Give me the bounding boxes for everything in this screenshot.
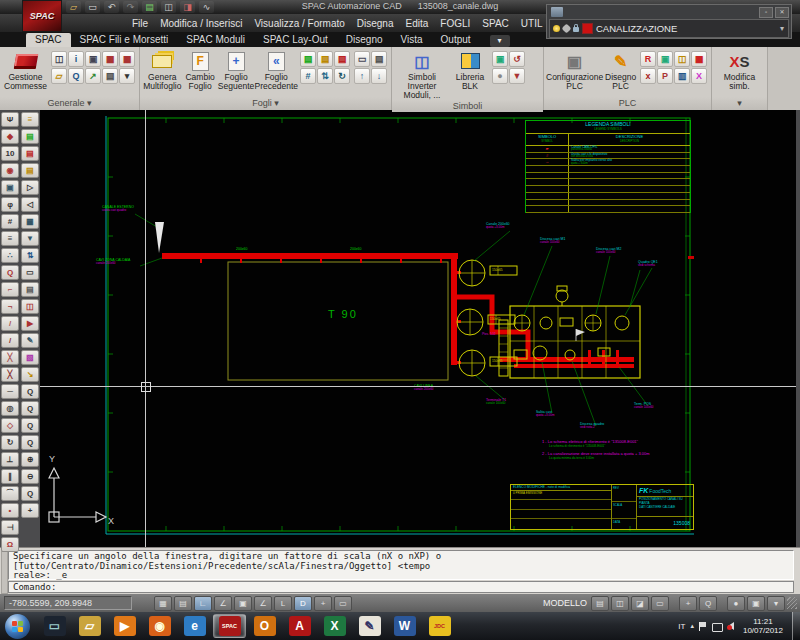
- taskbar-jdc[interactable]: JDC: [423, 614, 456, 638]
- configurazione-plc-button[interactable]: ▣ Configurazione PLC: [546, 48, 603, 91]
- sheet-frame[interactable]: ▭: [21, 265, 39, 280]
- sheet-new[interactable]: ▤: [21, 129, 39, 144]
- redo-icon[interactable]: ↷: [123, 1, 138, 13]
- foglio-precedente-button[interactable]: « Foglio Precedente: [255, 48, 298, 91]
- icon-table-red[interactable]: ▦: [102, 51, 118, 67]
- icon-info[interactable]: i: [68, 51, 84, 67]
- menu-item[interactable]: Disegna: [351, 18, 400, 29]
- icon-zoom-doc[interactable]: Q: [68, 68, 84, 84]
- icon-folder-copy[interactable]: ▱: [51, 68, 67, 84]
- cambio-foglio-button[interactable]: F Cambio Foglio: [183, 48, 218, 91]
- tool-cross-1[interactable]: ╳: [1, 350, 19, 365]
- new-sheet-icon[interactable]: ▤: [142, 1, 157, 13]
- tool-point[interactable]: •: [1, 503, 19, 518]
- zoom-scale[interactable]: Q: [21, 418, 39, 433]
- icon-page-new[interactable]: ▤: [300, 51, 316, 67]
- zoom-extents[interactable]: Q: [21, 486, 39, 501]
- btn-layout-1[interactable]: ◫: [611, 596, 629, 611]
- tool-wire-2[interactable]: /: [1, 333, 19, 348]
- group-label-generale[interactable]: Generale ▾: [0, 97, 139, 110]
- menu-item[interactable]: Edita: [399, 18, 434, 29]
- tool-symbol[interactable]: Ψ: [1, 112, 19, 127]
- undo-icon[interactable]: ↶: [104, 1, 119, 13]
- foglio-seguente-button[interactable]: + Foglio Seguente: [218, 48, 255, 91]
- btn-zoom-status[interactable]: Q: [699, 596, 717, 611]
- tool-plug-1[interactable]: ⌐: [1, 282, 19, 297]
- layout-icon[interactable]: ◫: [161, 1, 176, 13]
- tool-parallel[interactable]: ∥: [1, 469, 19, 484]
- icon-plc-window[interactable]: ◫: [674, 51, 690, 67]
- icon-plc-xx[interactable]: X: [691, 68, 707, 84]
- tool-hand[interactable]: ◆: [1, 129, 19, 144]
- btn-quick-view[interactable]: ▭: [651, 596, 669, 611]
- tool-rotate[interactable]: ↻: [1, 435, 19, 450]
- language-indicator[interactable]: IT: [678, 622, 685, 631]
- action-center-icon[interactable]: [699, 622, 707, 631]
- resize-grip[interactable]: [787, 597, 797, 609]
- btn-model-space[interactable]: ▤: [591, 596, 609, 611]
- btn-status-menu[interactable]: ▾: [767, 596, 785, 611]
- command-grip[interactable]: [1, 551, 8, 594]
- sheet-select[interactable]: ▶: [21, 316, 39, 331]
- sheet-del[interactable]: ▤: [21, 146, 39, 161]
- disegno-plc-button[interactable]: ✎ Disegno PLC: [603, 48, 638, 91]
- layer-on-icon[interactable]: [553, 25, 560, 32]
- menu-item[interactable]: Modifica / Inserisci: [154, 18, 248, 29]
- tool-ladder[interactable]: ≡: [1, 231, 19, 246]
- tool-find[interactable]: Q: [1, 265, 19, 280]
- taskbar-ie[interactable]: e: [178, 614, 211, 638]
- icon-plc-grid[interactable]: ▦: [691, 51, 707, 67]
- layer-freeze-icon[interactable]: [562, 24, 572, 34]
- tool-magnet[interactable]: Ω: [1, 537, 19, 552]
- taskbar-acrobat[interactable]: A: [283, 614, 316, 638]
- show-desktop-button[interactable]: [792, 612, 800, 640]
- btn-perf[interactable]: ▣: [747, 596, 765, 611]
- network-icon[interactable]: [712, 623, 723, 632]
- tool-wire-1[interactable]: /: [1, 316, 19, 331]
- modifica-simb-button[interactable]: XS Modifica simb.: [715, 48, 765, 91]
- sheet-hatch[interactable]: ▧: [21, 350, 39, 365]
- volume-muted-icon[interactable]: [728, 622, 734, 630]
- taskbar-outlook[interactable]: O: [248, 614, 281, 638]
- tray-expand-icon[interactable]: ▴: [690, 622, 694, 630]
- taskbar-word[interactable]: W: [388, 614, 421, 638]
- tab-spac[interactable]: SPAC: [26, 33, 71, 47]
- tool-node[interactable]: φ: [1, 197, 19, 212]
- sheet-swap[interactable]: ⇅: [21, 248, 39, 263]
- tool-arc[interactable]: ⌒: [1, 486, 19, 501]
- tab-disegno[interactable]: Disegno: [337, 33, 392, 47]
- group-label-modifica[interactable]: ▾: [712, 97, 767, 110]
- tool-pins[interactable]: #: [1, 214, 19, 229]
- sheet-save[interactable]: ▼: [21, 231, 39, 246]
- icon-sphere[interactable]: ●: [492, 68, 508, 84]
- toggle-lwt[interactable]: +: [314, 596, 332, 611]
- layer-lock-icon[interactable]: [573, 27, 579, 32]
- icon-plc-screen[interactable]: ▣: [657, 51, 673, 67]
- icon-reorder[interactable]: ⇅: [317, 68, 333, 84]
- taskbar-explorer[interactable]: ▱: [73, 614, 106, 638]
- zoom-in[interactable]: ⊕: [21, 452, 39, 467]
- btn-steering[interactable]: +: [679, 596, 697, 611]
- libreria-blk-button[interactable]: Libreria BLK: [450, 48, 490, 91]
- panel-close-button[interactable]: ✕: [775, 7, 789, 18]
- icon-table-red-2[interactable]: ▦: [119, 51, 135, 67]
- sheet-prev[interactable]: ◁: [21, 197, 39, 212]
- zoom-window[interactable]: Q: [21, 384, 39, 399]
- toggle-grid[interactable]: ▤: [174, 596, 192, 611]
- layer-color-swatch[interactable]: [582, 23, 593, 34]
- panel-minimize-button[interactable]: ▫: [759, 7, 773, 18]
- scale-icon[interactable]: ∿: [199, 1, 214, 13]
- gestione-commesse-button[interactable]: Gestione Commesse: [2, 48, 49, 91]
- menu-item[interactable]: Visualizza / Formato: [248, 18, 350, 29]
- group-label-plc[interactable]: PLC: [544, 97, 711, 110]
- taskbar-spac[interactable]: SPAC: [213, 614, 246, 638]
- group-label-fogli[interactable]: Fogli ▾: [140, 97, 391, 110]
- toggle-snap[interactable]: ▦: [154, 596, 172, 611]
- sheet-next[interactable]: ▷: [21, 180, 39, 195]
- layer-combobox[interactable]: CANALIZZAZIONE ▾: [549, 19, 789, 38]
- icon-plc-x[interactable]: x: [640, 68, 656, 84]
- tab-overflow-button[interactable]: ▾: [490, 35, 510, 47]
- tab-vista[interactable]: Vista: [392, 33, 432, 47]
- icon-ab-editor[interactable]: ◫: [51, 51, 67, 67]
- taskbar-excel[interactable]: X: [318, 614, 351, 638]
